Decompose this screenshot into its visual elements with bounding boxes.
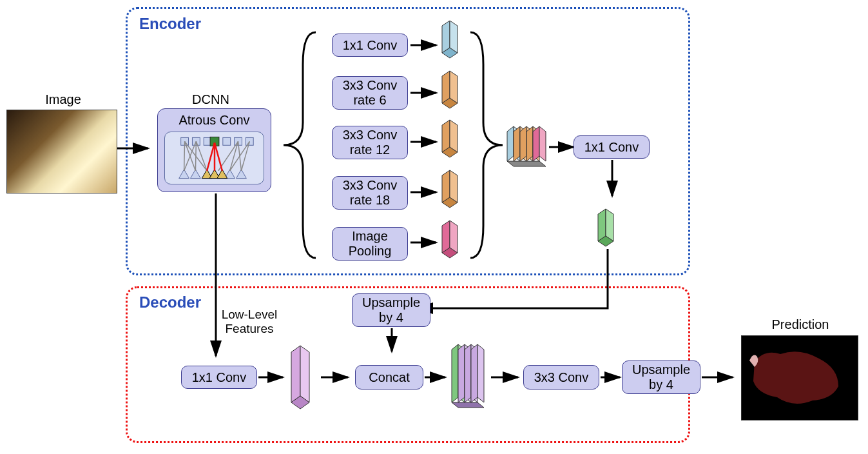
encoder-title: Encoder bbox=[139, 15, 201, 33]
svg-marker-39 bbox=[450, 71, 458, 103]
atrous-conv-label: Atrous Conv bbox=[158, 109, 271, 128]
arrow-1x1-to-green bbox=[606, 159, 619, 204]
arrow-pink-to-concat bbox=[320, 371, 354, 384]
svg-rect-7 bbox=[246, 137, 253, 145]
svg-marker-79 bbox=[471, 344, 477, 402]
decoder-upsample-1: Upsample by 4 bbox=[352, 293, 430, 327]
svg-marker-80 bbox=[477, 344, 484, 402]
svg-marker-42 bbox=[450, 120, 458, 152]
svg-rect-5 bbox=[223, 137, 231, 145]
decoder-3x3-conv: 3x3 Conv bbox=[523, 365, 599, 390]
arrow-stack2-to-3x3 bbox=[490, 371, 525, 384]
low-level-features-label: Low-Level Features bbox=[214, 308, 285, 336]
arrow-upsample-down bbox=[385, 327, 398, 358]
svg-marker-62 bbox=[598, 209, 606, 241]
decoder-upsample-2: Upsample by 4 bbox=[622, 360, 700, 394]
svg-marker-37 bbox=[442, 71, 450, 103]
arrow-upsample2-to-pred bbox=[700, 371, 739, 384]
svg-marker-40 bbox=[442, 120, 450, 152]
arrow-1x1-to-pink bbox=[257, 371, 289, 384]
arrow-lowlevel-down bbox=[209, 192, 222, 362]
svg-marker-9 bbox=[190, 170, 200, 179]
svg-marker-59 bbox=[507, 161, 546, 166]
brace-open bbox=[277, 26, 329, 264]
prediction-label: Prediction bbox=[768, 317, 833, 332]
svg-marker-69 bbox=[300, 346, 309, 402]
aspp-3x3-rate6: 3x3 Conv rate 6 bbox=[332, 76, 408, 110]
svg-marker-75 bbox=[458, 344, 465, 402]
lowlevel-slab bbox=[286, 340, 325, 415]
svg-marker-34 bbox=[442, 21, 450, 53]
svg-line-28 bbox=[215, 143, 222, 170]
svg-marker-57 bbox=[533, 126, 539, 161]
svg-marker-49 bbox=[507, 126, 514, 161]
svg-marker-43 bbox=[442, 170, 450, 202]
arrow-encoder-to-upsample bbox=[405, 245, 624, 322]
svg-line-21 bbox=[230, 141, 238, 170]
aspp-image-pooling: Image Pooling bbox=[332, 227, 408, 261]
svg-marker-8 bbox=[179, 170, 189, 179]
encoder-1x1-conv: 1x1 Conv bbox=[574, 135, 650, 159]
svg-line-18 bbox=[195, 141, 196, 170]
svg-marker-77 bbox=[465, 344, 471, 402]
aspp-1x1-conv: 1x1 Conv bbox=[332, 34, 408, 57]
svg-line-25 bbox=[230, 141, 250, 170]
svg-marker-11 bbox=[236, 170, 247, 179]
atrous-conv-block: Atrous Conv bbox=[157, 108, 271, 192]
arrow-image-to-dcnn bbox=[116, 142, 155, 155]
svg-marker-63 bbox=[606, 209, 613, 241]
svg-marker-55 bbox=[526, 126, 533, 161]
svg-marker-73 bbox=[452, 344, 458, 402]
svg-marker-45 bbox=[450, 170, 458, 202]
input-image-placeholder bbox=[6, 110, 117, 193]
aspp-3x3-rate18: 3x3 Conv rate 18 bbox=[332, 176, 408, 210]
svg-marker-36 bbox=[450, 21, 458, 53]
aspp-3x3-rate12: 3x3 Conv rate 12 bbox=[332, 126, 408, 159]
svg-marker-81 bbox=[452, 402, 484, 408]
decoder-concat: Concat bbox=[355, 365, 423, 390]
decoder-title: Decoder bbox=[139, 293, 201, 311]
svg-line-24 bbox=[241, 141, 249, 170]
dcnn-label: DCNN bbox=[185, 92, 236, 107]
prediction-image-placeholder bbox=[741, 335, 858, 420]
svg-line-15 bbox=[184, 141, 185, 170]
svg-line-19 bbox=[196, 141, 207, 170]
diagram-canvas: Encoder Decoder Image DCNN Atrous Conv bbox=[0, 0, 868, 454]
atrous-conv-illustration bbox=[164, 132, 264, 184]
svg-marker-68 bbox=[291, 346, 300, 402]
svg-marker-53 bbox=[520, 126, 526, 161]
svg-line-26 bbox=[207, 143, 215, 170]
decoder-1x1-conv: 1x1 Conv bbox=[181, 366, 257, 389]
image-label: Image bbox=[37, 92, 89, 107]
svg-marker-58 bbox=[539, 126, 546, 161]
svg-marker-51 bbox=[514, 126, 520, 161]
encoder-output-slab bbox=[592, 205, 630, 250]
